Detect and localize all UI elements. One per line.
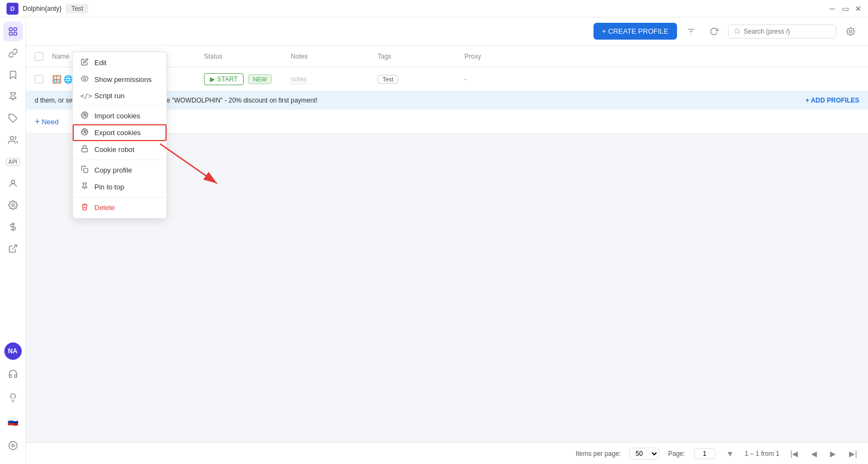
ctx-show-permissions-label: Show permissions: [94, 75, 152, 84]
svg-rect-3: [14, 33, 16, 35]
row-notes-cell[interactable]: notes: [291, 75, 378, 83]
tag-chip[interactable]: Test: [378, 75, 398, 84]
page-chevron-down[interactable]: ▼: [724, 448, 736, 459]
app-logo: D: [7, 3, 18, 15]
close-button[interactable]: ✕: [855, 5, 861, 12]
svg-rect-23: [82, 148, 88, 151]
ctx-pin-to-top-label: Pin to top: [94, 183, 124, 191]
window-controls: ─ ▭ ✕: [829, 5, 861, 12]
cookie-robot-icon: [80, 145, 89, 154]
ctx-cookie-robot[interactable]: Cookie robot: [73, 141, 167, 158]
svg-line-29: [160, 144, 217, 183]
row-proxy-cell: -: [464, 75, 859, 83]
sidebar-item-help[interactable]: [3, 436, 23, 455]
first-page-button[interactable]: |◀: [788, 448, 801, 459]
row-checkbox[interactable]: [35, 75, 43, 84]
ctx-edit[interactable]: Edit: [73, 54, 167, 71]
svg-point-7: [11, 180, 15, 183]
show-permissions-icon: [80, 75, 89, 84]
sidebar-item-users[interactable]: [3, 130, 23, 150]
sidebar-item-billing[interactable]: [3, 217, 23, 237]
titlebar: D Dolphin{anty} Test ─ ▭ ✕: [0, 0, 868, 17]
ctx-script-run-label: Script run: [94, 92, 125, 100]
next-page-button[interactable]: ▶: [828, 448, 838, 459]
ctx-copy-profile[interactable]: Copy profile: [73, 162, 167, 179]
filter-button[interactable]: [682, 23, 700, 40]
header-notes: Notes: [291, 53, 378, 60]
avatar[interactable]: NA: [4, 342, 22, 360]
row-check[interactable]: [35, 75, 52, 84]
sidebar-item-settings[interactable]: [3, 195, 23, 215]
header-check[interactable]: [35, 52, 52, 61]
items-per-page-select[interactable]: 50 25 100: [629, 448, 659, 460]
sidebar-item-links[interactable]: [3, 43, 23, 63]
svg-point-19: [850, 30, 852, 33]
ctx-script-run[interactable]: </> Script run: [73, 88, 167, 104]
content-area: + CREATE PROFILE Name: [26, 17, 868, 464]
maximize-button[interactable]: ▭: [842, 5, 848, 12]
row-tags-cell: Test: [378, 75, 464, 83]
ctx-export-cookies-label: Export cookies: [94, 129, 141, 137]
sidebar-item-profiles[interactable]: [3, 22, 23, 41]
sidebar-item-api[interactable]: API: [3, 152, 23, 171]
svg-point-17: [735, 29, 739, 33]
row-status-cell: ▶ START NEW: [204, 73, 291, 85]
sidebar-item-tags[interactable]: [3, 109, 23, 128]
svg-point-8: [11, 204, 14, 207]
edit-icon: [80, 58, 89, 67]
topbar-right: + CREATE PROFILE: [593, 23, 859, 40]
sidebar-item-export[interactable]: [3, 239, 23, 258]
last-page-button[interactable]: ▶|: [847, 448, 859, 459]
footer: Items per page: 50 25 100 Page: ▼ 1 – 1 …: [26, 442, 868, 464]
titlebar-left: D Dolphin{anty} Test: [7, 3, 88, 15]
svg-rect-1: [14, 28, 16, 30]
header-tags: Tags: [378, 53, 464, 60]
svg-rect-26: [84, 168, 88, 173]
ctx-divider-3: [73, 197, 167, 198]
profile-icons: 🪟 🌐: [52, 75, 73, 84]
app-title: Dolphin{anty}: [23, 5, 61, 12]
refresh-button[interactable]: [705, 23, 723, 40]
sidebar-item-pin[interactable]: [3, 87, 23, 106]
ctx-import-cookies-label: Import cookies: [94, 112, 141, 120]
create-profile-button[interactable]: + CREATE PROFILE: [593, 23, 677, 40]
ctx-delete[interactable]: Delete: [73, 199, 167, 216]
export-cookies-icon: [80, 128, 89, 137]
context-menu: Edit Show permissions </> Script run Imp…: [72, 52, 167, 219]
windows-icon: 🪟: [52, 75, 61, 84]
ctx-delete-label: Delete: [94, 204, 115, 212]
select-all-checkbox[interactable]: [35, 52, 43, 61]
sidebar-bottom: NA 🇷🇺: [3, 342, 23, 460]
sidebar-item-headset[interactable]: [3, 364, 23, 384]
svg-rect-2: [9, 33, 12, 35]
prev-page-button[interactable]: ◀: [809, 448, 819, 459]
ctx-copy-profile-label: Copy profile: [94, 166, 132, 174]
header-status: Status: [204, 53, 291, 60]
add-profiles-banner-link[interactable]: + ADD PROFILES: [806, 97, 859, 104]
sidebar-item-bulb[interactable]: [3, 388, 23, 408]
table-settings-button[interactable]: [842, 23, 859, 40]
ctx-import-cookies[interactable]: Import cookies: [73, 107, 167, 124]
search-input[interactable]: [744, 28, 831, 35]
globe-icon: 🌐: [63, 75, 73, 84]
minimize-button[interactable]: ─: [829, 5, 835, 12]
ctx-show-permissions[interactable]: Show permissions: [73, 71, 167, 88]
ctx-export-cookies[interactable]: Export cookies: [73, 124, 167, 141]
app-tab[interactable]: Test: [66, 4, 88, 14]
ctx-divider-2: [73, 160, 167, 160]
ctx-pin-to-top[interactable]: Pin to top: [73, 179, 167, 195]
ctx-divider-1: [73, 105, 167, 106]
sidebar-item-identity[interactable]: [3, 174, 23, 193]
search-box[interactable]: [728, 24, 837, 39]
start-button[interactable]: ▶ START: [204, 73, 244, 85]
script-run-icon: </>: [80, 92, 89, 100]
page-input[interactable]: [694, 448, 716, 459]
copy-profile-icon: [80, 166, 89, 175]
sidebar-item-bookmarks[interactable]: [3, 65, 23, 85]
svg-line-18: [738, 33, 739, 34]
notes-value: notes: [291, 75, 307, 84]
delete-icon: [80, 203, 89, 212]
sidebar-item-flag[interactable]: 🇷🇺: [3, 412, 23, 431]
add-profiles-button[interactable]: + Need: [35, 117, 59, 126]
svg-point-20: [84, 78, 86, 80]
